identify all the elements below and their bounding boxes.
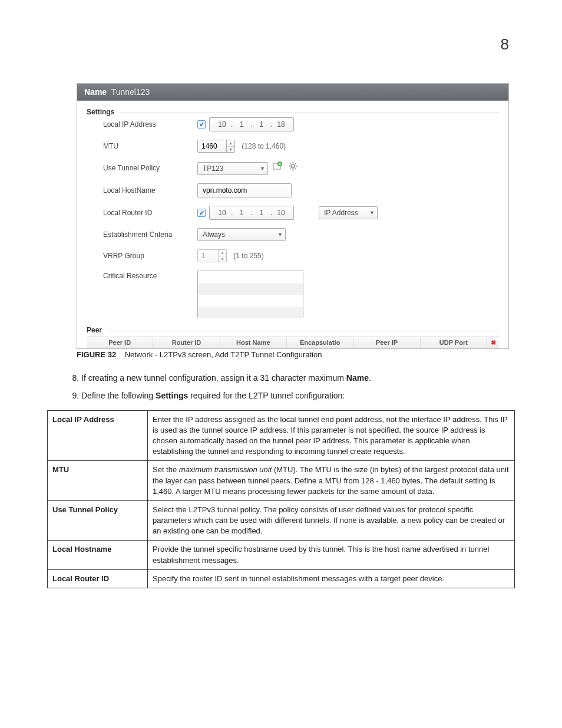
delete-row-icon[interactable]: ✖: [487, 337, 499, 348]
ip-octet[interactable]: 10: [213, 120, 231, 129]
label-tunnel-policy: Use Tunnel Policy: [103, 164, 197, 172]
step-text: If creating a new tunnel configuration, …: [81, 373, 346, 383]
desc-local-ip: Enter the IP address assigned as the loc…: [148, 410, 515, 461]
term-mtu: MTU: [48, 461, 148, 501]
add-policy-icon[interactable]: [272, 161, 283, 172]
step-text: required for the L2TP tunnel configurati…: [188, 391, 345, 400]
vrrp-spinner[interactable]: ▲▼: [197, 249, 227, 262]
settings-form: Local IP Address ✔ 10. 1. 1. 18 MTU ▲▼ (…: [87, 116, 499, 326]
screenshot-title-bar: Name Tunnel123: [77, 84, 508, 101]
svg-line-10: [295, 163, 296, 164]
table-row: Local IP Address Enter the IP address as…: [48, 410, 515, 461]
config-screenshot: Name Tunnel123 Settings Local IP Address…: [77, 83, 509, 349]
col-host-name[interactable]: Host Name: [220, 337, 287, 348]
label-router-id: Local Router ID: [103, 209, 197, 217]
desc-italic: maximum transmission unit: [179, 465, 272, 474]
ip-octet[interactable]: 1: [233, 120, 250, 129]
tunnel-policy-select[interactable]: TP123 ▼: [197, 162, 268, 175]
label-hostname: Local HostName: [103, 186, 197, 195]
svg-line-9: [290, 169, 291, 170]
name-label: Name: [84, 87, 107, 97]
router-id-type-select[interactable]: IP Address ▼: [319, 206, 378, 219]
col-router-id[interactable]: Router ID: [153, 337, 220, 348]
tunnel-policy-value: TP123: [203, 164, 223, 173]
chevron-down-icon: ▼: [260, 166, 265, 172]
vrrp-input: [198, 250, 218, 262]
desc-tunnel-policy: Select the L2TPv3 tunnel policy. The pol…: [148, 500, 515, 541]
label-vrrp: VRRP Group: [103, 252, 197, 260]
table-row: MTU Set the maximum transmission unit (M…: [48, 461, 515, 501]
local-ip-input[interactable]: 10. 1. 1. 18: [209, 117, 294, 131]
label-mtu: MTU: [103, 142, 197, 150]
steps-list: If creating a new tunnel configuration, …: [65, 372, 509, 402]
term-router-id: Local Router ID: [48, 569, 148, 588]
col-peer-id[interactable]: Peer ID: [87, 337, 153, 348]
mtu-input[interactable]: [198, 140, 226, 152]
ip-octet[interactable]: 18: [272, 120, 290, 129]
figure-label: FIGURE 32: [77, 350, 116, 359]
peer-legend: Peer: [87, 326, 107, 334]
term-hostname: Local Hostname: [48, 541, 148, 569]
figure-caption: FIGURE 32 Network - L2TPv3 screen, Add T…: [77, 350, 515, 359]
mtu-spinner[interactable]: ▲▼: [197, 140, 235, 153]
router-ip-input[interactable]: 10. 1. 1. 10: [209, 206, 294, 220]
ip-octet[interactable]: 10: [272, 208, 290, 218]
term-tunnel-policy: Use Tunnel Policy: [48, 500, 148, 541]
col-peer-ip[interactable]: Peer IP: [353, 337, 420, 348]
svg-line-7: [290, 163, 291, 164]
step-text: Define the following: [81, 391, 156, 400]
hostname-input[interactable]: [197, 183, 292, 197]
name-value: Tunnel123: [111, 87, 150, 97]
vrrp-hint: (1 to 255): [233, 252, 263, 260]
term-local-ip: Local IP Address: [48, 410, 148, 461]
step-8: If creating a new tunnel configuration, …: [81, 372, 509, 384]
establishment-select[interactable]: Always ▼: [197, 228, 286, 241]
desc-hostname: Provide the tunnel specific hostname use…: [148, 541, 515, 569]
step-9: Define the following Settings required f…: [81, 390, 509, 401]
spinner-down-icon: ▼: [219, 256, 226, 262]
gear-icon[interactable]: [287, 161, 298, 172]
col-udp-port[interactable]: UDP Port: [421, 337, 487, 348]
step-bold: Settings: [156, 391, 188, 400]
table-row: Local Hostname Provide the tunnel specif…: [48, 541, 515, 569]
settings-legend-row: Settings: [87, 108, 499, 116]
spinner-down-icon[interactable]: ▼: [227, 147, 234, 153]
ip-octet[interactable]: 10: [213, 208, 231, 218]
router-id-type-value: IP Address: [324, 209, 358, 217]
table-row: Use Tunnel Policy Select the L2TPv3 tunn…: [48, 500, 515, 541]
desc-text: Set the: [153, 465, 179, 474]
desc-mtu: Set the maximum transmission unit (MTU).…: [148, 461, 515, 501]
table-row: Local Router ID Specify the router ID se…: [48, 569, 515, 588]
col-encapsulation[interactable]: Encapsulatio: [287, 337, 353, 348]
settings-description-table: Local IP Address Enter the IP address as…: [47, 410, 515, 588]
label-establishment: Establishment Criteria: [103, 230, 197, 239]
ip-octet[interactable]: 1: [253, 208, 270, 218]
local-ip-checkbox[interactable]: ✔: [197, 120, 206, 129]
spinner-up-icon: ▲: [219, 250, 226, 256]
chevron-down-icon: ▼: [369, 210, 375, 216]
spinner-up-icon[interactable]: ▲: [227, 140, 234, 147]
peer-legend-row: Peer: [87, 326, 499, 334]
chevron-down-icon: ▼: [277, 232, 283, 238]
mtu-hint: (128 to 1,460): [242, 142, 286, 150]
desc-router-id: Specify the router ID sent in tunnel est…: [148, 569, 515, 588]
critical-resource-listbox[interactable]: [197, 271, 303, 318]
step-bold: Name: [346, 373, 369, 383]
ip-octet[interactable]: 1: [253, 120, 270, 129]
settings-legend: Settings: [87, 108, 119, 116]
router-id-checkbox[interactable]: ✔: [197, 209, 206, 217]
svg-line-8: [295, 169, 296, 170]
establishment-value: Always: [203, 230, 225, 239]
svg-point-2: [291, 164, 295, 168]
step-text: .: [369, 373, 371, 383]
ip-octet[interactable]: 1: [233, 208, 250, 218]
label-critical-resource: Critical Resource: [103, 271, 197, 280]
page-number: 8: [47, 35, 515, 54]
figure-text: Network - L2TPv3 screen, Add T2TP Tunnel…: [125, 350, 322, 359]
label-local-ip: Local IP Address: [103, 120, 197, 129]
peer-table-header: Peer ID Router ID Host Name Encapsulatio…: [87, 337, 499, 348]
